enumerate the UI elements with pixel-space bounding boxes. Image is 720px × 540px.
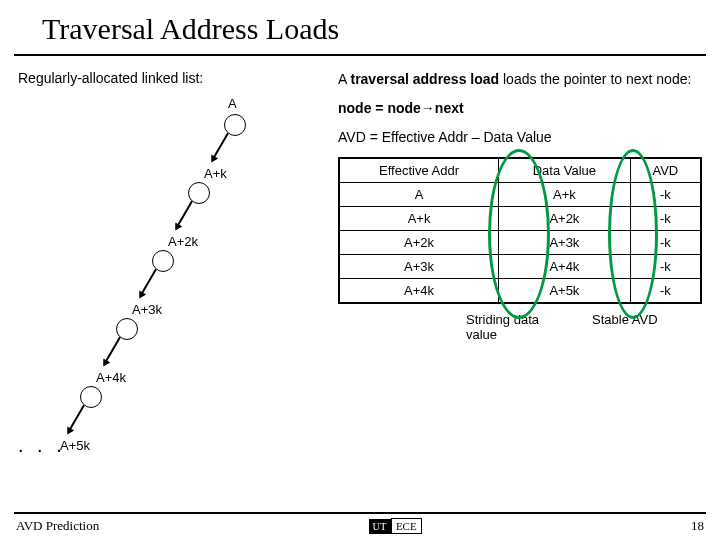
table-wrap: Effective Addr Data Value AVD A A+k -k A… bbox=[338, 157, 702, 304]
p1-post: loads the pointer to next node: bbox=[499, 71, 691, 87]
ellipsis: . . . bbox=[18, 434, 66, 457]
caption-stable: Stable AVD bbox=[592, 312, 658, 342]
code-text: node = node→next bbox=[338, 100, 464, 116]
linked-list-diagram: A A+k A+2k A+3k A+4k . . bbox=[18, 96, 338, 476]
cell: A+2k bbox=[499, 206, 631, 230]
cell: A+4k bbox=[499, 254, 631, 278]
node-label-4: A+4k bbox=[96, 370, 126, 385]
cell: -k bbox=[630, 278, 701, 303]
arrowhead-2 bbox=[136, 290, 146, 300]
footer-left: AVD Prediction bbox=[16, 518, 99, 534]
cell: A+k bbox=[339, 206, 499, 230]
node-label-1: A+k bbox=[204, 166, 227, 181]
p1-bold: traversal address load bbox=[350, 71, 499, 87]
node-label-5: A+5k bbox=[60, 438, 90, 453]
cell: A bbox=[339, 182, 499, 206]
table-row: A A+k -k bbox=[339, 182, 701, 206]
cell: A+5k bbox=[499, 278, 631, 303]
table-row: A+k A+2k -k bbox=[339, 206, 701, 230]
node-label-3: A+3k bbox=[132, 302, 162, 317]
cell: A+4k bbox=[339, 278, 499, 303]
avd-formula: AVD = Effective Addr – Data Value bbox=[338, 128, 702, 147]
table-row: A+4k A+5k -k bbox=[339, 278, 701, 303]
code-line: node = node→next bbox=[338, 99, 702, 118]
cell: -k bbox=[630, 182, 701, 206]
right-column: A traversal address load loads the point… bbox=[338, 70, 702, 476]
caption-striding: Striding data value bbox=[466, 312, 566, 342]
table-header-row: Effective Addr Data Value AVD bbox=[339, 158, 701, 183]
node-label-2: A+2k bbox=[168, 234, 198, 249]
cell: A+3k bbox=[499, 230, 631, 254]
page-title: Traversal Address Loads bbox=[14, 0, 706, 56]
left-column: Regularly-allocated linked list: A A+k A… bbox=[18, 70, 338, 476]
footer: AVD Prediction UTECE 18 bbox=[14, 512, 706, 540]
description-text: A traversal address load loads the point… bbox=[338, 70, 702, 89]
footer-logo: UTECE bbox=[369, 518, 422, 534]
cell: -k bbox=[630, 254, 701, 278]
cell: -k bbox=[630, 230, 701, 254]
avd-table: Effective Addr Data Value AVD A A+k -k A… bbox=[338, 157, 702, 304]
footer-page: 18 bbox=[691, 518, 704, 534]
cell: -k bbox=[630, 206, 701, 230]
cell: A+3k bbox=[339, 254, 499, 278]
logo-ut: UT bbox=[369, 519, 391, 534]
th-effaddr: Effective Addr bbox=[339, 158, 499, 183]
node-label-0: A bbox=[228, 96, 237, 111]
caption-row: Striding data value Stable AVD bbox=[338, 312, 702, 342]
th-avd: AVD bbox=[630, 158, 701, 183]
cell: A+k bbox=[499, 182, 631, 206]
cell: A+2k bbox=[339, 230, 499, 254]
logo-ece: ECE bbox=[391, 518, 422, 534]
arrowhead-3 bbox=[100, 358, 110, 368]
table-row: A+2k A+3k -k bbox=[339, 230, 701, 254]
content-area: Regularly-allocated linked list: A A+k A… bbox=[0, 56, 720, 476]
th-dataval: Data Value bbox=[499, 158, 631, 183]
table-row: A+3k A+4k -k bbox=[339, 254, 701, 278]
arrowhead-0 bbox=[208, 154, 218, 164]
arrowhead-1 bbox=[172, 222, 182, 232]
p1-pre: A bbox=[338, 71, 350, 87]
list-heading: Regularly-allocated linked list: bbox=[18, 70, 338, 86]
